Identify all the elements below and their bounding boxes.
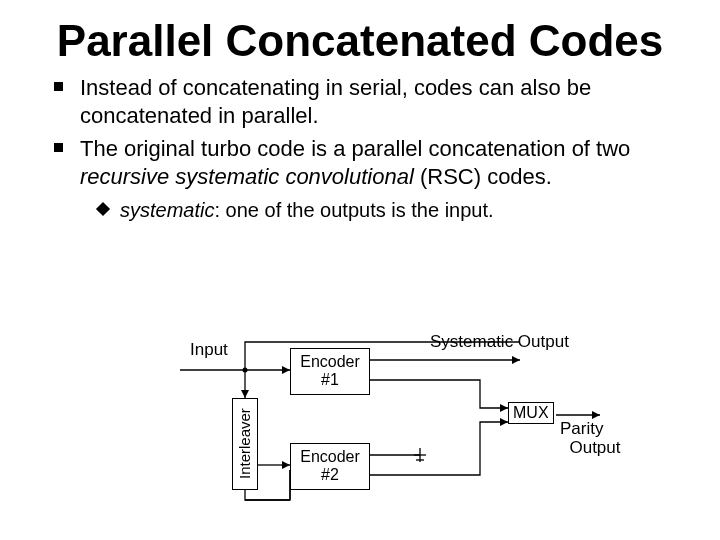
sub-bullet-1: systematic: one of the outputs is the in… — [120, 198, 670, 223]
encoder-2-box: Encoder #2 — [290, 443, 370, 490]
svg-marker-16 — [500, 418, 508, 426]
bullet-2-text-a: The original turbo code is a parallel co… — [80, 136, 630, 161]
encoder-2-line-b: #2 — [321, 466, 339, 483]
svg-marker-18 — [592, 411, 600, 419]
encoder-2-line-a: Encoder — [300, 448, 360, 465]
slide-body: Instead of concatenating in serial, code… — [0, 64, 720, 223]
encoder-1-line-a: Encoder — [300, 353, 360, 370]
interleaver-box: Interleaver — [232, 398, 258, 490]
diamond-bullet-icon — [96, 202, 110, 216]
encoder-1-box: Encoder #1 — [290, 348, 370, 395]
svg-marker-11 — [500, 404, 508, 412]
bullet-2-em: recursive systematic convolutional — [80, 164, 414, 189]
parity-output-line-b: Output — [569, 438, 620, 457]
square-bullet-icon — [54, 143, 63, 152]
slide-title: Parallel Concatenated Codes — [0, 0, 720, 64]
mux-box: MUX — [508, 402, 554, 424]
sub-bullet-em: systematic — [120, 199, 214, 221]
sub-bullet-rest: : one of the outputs is the input. — [214, 199, 493, 221]
square-bullet-icon — [54, 82, 63, 91]
svg-marker-4 — [241, 390, 249, 398]
bullet-2-text-b: (RSC) codes. — [414, 164, 552, 189]
parity-output-line-a: Parity — [560, 419, 603, 438]
parity-output-label: Parity Output — [560, 420, 621, 457]
encoder-1-line-b: #1 — [321, 371, 339, 388]
systematic-output-label: Systematic Output — [430, 332, 569, 352]
interleaver-label: Interleaver — [236, 409, 253, 480]
svg-marker-1 — [282, 366, 290, 374]
bullet-1: Instead of concatenating in serial, code… — [80, 74, 670, 129]
bullet-1-text: Instead of concatenating in serial, code… — [80, 75, 591, 128]
svg-marker-10 — [512, 356, 520, 364]
turbo-encoder-diagram: Input Encoder #1 Encoder #2 Interleaver … — [0, 330, 720, 530]
svg-marker-8 — [282, 461, 290, 469]
bullet-2: The original turbo code is a parallel co… — [80, 135, 670, 223]
input-label: Input — [190, 340, 228, 360]
